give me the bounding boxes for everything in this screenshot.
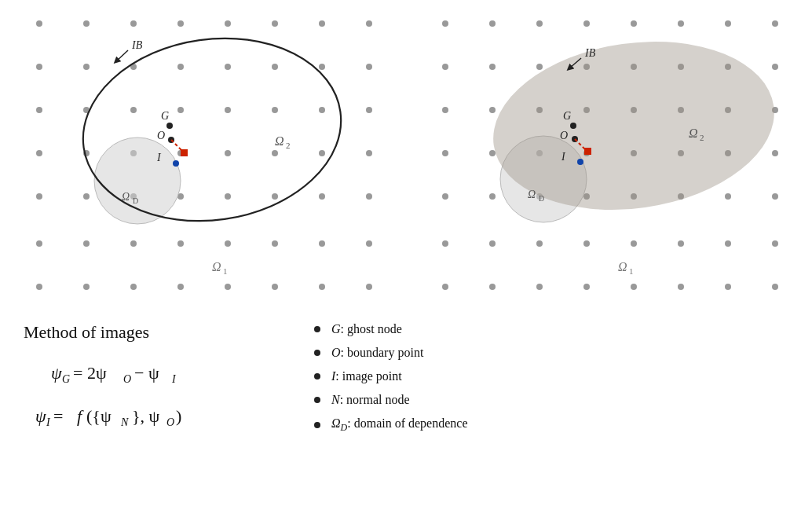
- legend-item-O: O: boundary point: [314, 346, 788, 360]
- svg-text:}, ψ: }, ψ: [132, 406, 160, 426]
- svg-text:N: N: [120, 416, 129, 428]
- svg-text:D: D: [133, 196, 138, 205]
- svg-point-24: [36, 150, 42, 156]
- bullet-N: [314, 397, 320, 403]
- svg-point-36: [225, 193, 231, 200]
- svg-point-128: [725, 284, 731, 290]
- svg-point-123: [489, 284, 496, 290]
- svg-point-83: [489, 64, 496, 70]
- svg-point-20: [225, 107, 231, 113]
- svg-point-118: [631, 240, 637, 247]
- svg-point-126: [631, 284, 637, 290]
- svg-point-112: [725, 193, 731, 200]
- svg-point-120: [725, 240, 731, 247]
- svg-point-105: [772, 150, 778, 156]
- svg-point-5: [272, 20, 278, 27]
- svg-point-2: [130, 20, 137, 27]
- svg-point-47: [366, 240, 372, 247]
- svg-point-56: [94, 138, 181, 224]
- svg-point-79: [678, 20, 684, 27]
- svg-point-114: [442, 240, 448, 247]
- svg-text:2: 2: [286, 141, 291, 150]
- svg-point-38: [319, 193, 325, 200]
- svg-point-52: [225, 284, 231, 290]
- svg-text:ψ: ψ: [51, 363, 62, 383]
- svg-point-113: [772, 193, 778, 200]
- svg-point-39: [366, 193, 372, 200]
- svg-text:D: D: [539, 194, 544, 203]
- svg-point-0: [36, 20, 42, 27]
- svg-text:2: 2: [700, 133, 704, 142]
- svg-point-7: [366, 20, 372, 27]
- svg-point-49: [83, 284, 90, 290]
- svg-point-37: [272, 193, 278, 200]
- svg-point-30: [319, 150, 325, 156]
- svg-text:Ω: Ω: [212, 260, 221, 273]
- svg-point-14: [319, 64, 325, 70]
- svg-text:({ψ: ({ψ: [86, 406, 112, 426]
- svg-point-82: [442, 64, 448, 70]
- svg-point-117: [583, 240, 590, 247]
- svg-text:Ω: Ω: [618, 260, 627, 273]
- svg-point-21: [272, 107, 278, 113]
- legend-item-G: G: ghost node: [314, 322, 788, 336]
- right-diagram: IB G O I: [406, 0, 812, 306]
- bullet-O: [314, 350, 320, 356]
- svg-text:Ω: Ω: [122, 191, 130, 203]
- svg-text:= 2ψ: = 2ψ: [73, 363, 107, 383]
- svg-text:f: f: [77, 406, 84, 426]
- svg-text:G: G: [563, 110, 571, 122]
- svg-point-12: [225, 64, 231, 70]
- svg-point-74: [442, 20, 448, 27]
- svg-point-77: [583, 20, 590, 27]
- legend-text-O: O: boundary point: [331, 346, 423, 360]
- svg-text:O: O: [123, 373, 131, 385]
- svg-point-9: [83, 64, 90, 70]
- svg-point-91: [489, 107, 496, 113]
- diagrams-row: IB G O I: [0, 0, 812, 306]
- bullet-OmegaD: [314, 422, 320, 428]
- legend-text-N: N: normal node: [331, 393, 410, 407]
- bullet-I: [314, 373, 320, 380]
- svg-text:IB: IB: [131, 39, 143, 51]
- svg-point-46: [319, 240, 325, 247]
- svg-point-107: [489, 193, 496, 200]
- svg-point-106: [442, 193, 448, 200]
- svg-point-15: [366, 64, 372, 70]
- svg-point-1: [83, 20, 90, 27]
- svg-text:I: I: [46, 416, 51, 428]
- legend-item-OmegaD: ΩD: domain of dependence: [314, 416, 788, 434]
- svg-point-11: [177, 64, 184, 70]
- legend-item-I: I: image point: [314, 369, 788, 383]
- svg-text:=: =: [53, 406, 63, 426]
- legend-text-I: I: image point: [331, 369, 402, 383]
- svg-text:IB: IB: [584, 47, 596, 59]
- svg-point-54: [319, 284, 325, 290]
- legend-panel: G: ghost node O: boundary point I: image…: [267, 322, 788, 443]
- svg-point-75: [489, 20, 496, 27]
- legend-text-OmegaD: ΩD: domain of dependence: [331, 416, 468, 434]
- svg-point-141: [577, 159, 583, 165]
- svg-text:ψ: ψ: [35, 406, 46, 426]
- svg-text:O: O: [560, 130, 568, 141]
- svg-point-8: [36, 64, 42, 70]
- legend-item-N: N: normal node: [314, 393, 788, 407]
- svg-point-16: [36, 107, 42, 113]
- svg-point-22: [319, 107, 325, 113]
- svg-point-90: [442, 107, 448, 113]
- svg-point-121: [772, 240, 778, 247]
- svg-point-61: [166, 123, 173, 129]
- legend-text-G: G: ghost node: [331, 322, 402, 336]
- svg-text:Ω: Ω: [275, 134, 284, 148]
- svg-point-129: [772, 284, 778, 290]
- svg-point-119: [678, 240, 684, 247]
- bullet-G: [314, 326, 320, 332]
- svg-point-124: [536, 284, 543, 290]
- svg-point-6: [319, 20, 325, 27]
- svg-point-78: [631, 20, 637, 27]
- svg-point-45: [272, 240, 278, 247]
- svg-text:O: O: [166, 416, 174, 428]
- svg-point-41: [83, 240, 90, 247]
- svg-point-29: [272, 150, 278, 156]
- svg-point-67: [173, 160, 179, 167]
